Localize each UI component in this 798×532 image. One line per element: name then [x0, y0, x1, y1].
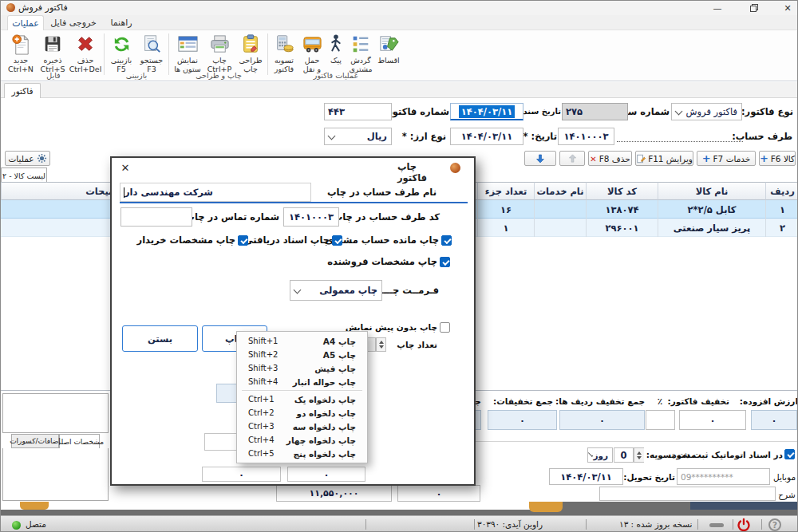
column-header-item-name[interactable]: نام کالا [658, 182, 765, 200]
settlement-days-stepper[interactable] [634, 447, 644, 463]
copies-stepper[interactable] [376, 337, 386, 352]
help-button[interactable] [768, 518, 781, 531]
dialog-close-button[interactable]: بستن [122, 325, 198, 352]
print-no-preview-label: چاپ بدون پیش نمایش [360, 319, 437, 335]
print-no-preview-checkbox[interactable] [440, 322, 450, 333]
move-row-up-button[interactable] [559, 151, 585, 166]
account-party-code-field[interactable]: ۱۴۰۱۰۰۰۳ [558, 128, 614, 145]
column-header-part-qty[interactable]: تعداد جزء [477, 182, 534, 200]
doc-date-field[interactable]: ۱۴۰۴/۰۳/۱۱ [450, 103, 523, 120]
dialog-app-icon [450, 163, 460, 173]
add-goods-button[interactable]: کالا F6 [759, 151, 796, 166]
delete-row-button[interactable]: حذف F8 [588, 151, 632, 166]
plus-icon [702, 154, 711, 164]
menu-item-print-custom-2[interactable]: چاپ دلخواه دوCtrl+2 [237, 406, 367, 420]
power-button[interactable] [737, 518, 751, 532]
invoice-type-combo[interactable]: فاکتور فروش [671, 103, 742, 120]
print-design-icon [240, 33, 261, 54]
tab-help[interactable]: راهنما [103, 15, 140, 30]
tab-export-file[interactable]: خروجی فایل [47, 15, 100, 30]
menu-item-print-receipt[interactable]: چاپ فیشShift+3 [237, 361, 367, 375]
doc-number-field: ۲۷۵ [562, 103, 628, 120]
window-title: فاکتور فروش [18, 2, 68, 13]
cell-item-name: پریز سیار صنعتی [658, 219, 765, 237]
restore-button[interactable] [743, 1, 765, 15]
tab-additions-deductions[interactable]: اضافات/کسورات [11, 434, 59, 448]
delivery-date-field[interactable]: ۱۴۰۴/۰۳/۱۱ [549, 468, 623, 485]
column-header-service-name[interactable]: نام خدمات [534, 182, 586, 200]
add-services-label: خدمات F7 [713, 154, 751, 164]
settlement-days-value[interactable]: 0 [614, 447, 634, 463]
menu-item-print-a5[interactable]: چاپ A5Shift+2 [237, 348, 367, 361]
tab-main-specs[interactable]: مشخصات اصلی [59, 434, 100, 448]
dialog-zero-field: ۰ [202, 467, 281, 482]
ravin-id-text: راوین آیدی: ۳۰۳۹۰ [477, 519, 543, 529]
customer-flow-icon [350, 33, 371, 54]
edit-icon [636, 154, 646, 164]
document-tab-strip [1, 82, 798, 98]
menu-item-print-custom-3[interactable]: چاپ دلخواه سهCtrl+3 [237, 420, 367, 433]
minimize-button[interactable]: — [706, 1, 729, 15]
cell-row-no: ۱ [765, 200, 798, 219]
chevron-down-icon [328, 132, 336, 140]
invoice-discount-field[interactable]: ۰ [679, 410, 746, 430]
doc-date-label: تاریخ سند: * [524, 103, 561, 120]
invoice-discount-label: تخفیف فاکتور: [680, 396, 729, 406]
print-seller-info-checkbox[interactable] [440, 257, 450, 267]
close-button[interactable]: ✕ [776, 1, 798, 15]
statusbar-separator [474, 519, 475, 530]
currency-value: ریال [367, 131, 387, 142]
day-unit-combo[interactable]: روز [587, 447, 613, 463]
menu-item-print-custom-5[interactable]: چاپ دلخواه پنجCtrl+5 [237, 447, 367, 460]
print-balance-checkbox[interactable] [441, 235, 452, 246]
print-name-label: نام طرف حساب در چاپ [312, 183, 452, 202]
percent-field[interactable] [646, 410, 675, 430]
delete-row-label: حذف F8 [599, 154, 630, 164]
tab-invoice-document[interactable]: فاکتور [4, 83, 41, 98]
notes-list-box[interactable] [2, 393, 109, 433]
dialog-close-icon[interactable]: ✕ [118, 160, 132, 175]
description-label: شرح [776, 486, 797, 503]
move-row-down-button[interactable] [524, 151, 556, 166]
tab-goods-list[interactable]: لیست کالا - ۲ [1, 167, 47, 183]
refresh-icon [111, 33, 132, 55]
copies-label: تعداد چاپ [397, 335, 437, 354]
statusbar-separator [365, 519, 366, 530]
menu-item-print-a4[interactable]: چاپ A4Shift+1 [237, 334, 367, 348]
date-field[interactable]: ۱۴۰۴/۰۳/۱۱ [450, 128, 523, 145]
print-phone-field[interactable] [120, 207, 192, 227]
doc-date-selected-text: ۱۴۰۴/۰۳/۱۱ [459, 105, 516, 118]
menu-item-print-custom-4[interactable]: چاپ دلخواه چهارCtrl+4 [237, 433, 367, 447]
menu-item-print-warehouse-slip[interactable]: چاپ حواله انبارShift+4 [237, 375, 367, 388]
column-header-item-code[interactable]: کد کالا [586, 182, 658, 200]
print-format-combo[interactable]: چاپ معمولی [290, 280, 382, 301]
tab-operations[interactable]: عملیات [7, 15, 44, 30]
invoice-number-field[interactable]: ۴۴۳ [324, 103, 392, 120]
operations-button[interactable]: عملیات [5, 151, 50, 166]
edit-row-button[interactable]: ویرایش F11 [635, 151, 693, 166]
day-unit-value: روز [593, 451, 608, 460]
menu-item-print-custom-1[interactable]: چاپ دلخواه یکCtrl+1 [237, 392, 367, 406]
account-party-dotted-leader[interactable] [617, 128, 743, 142]
stepper-up-icon [637, 451, 642, 455]
auto-doc-checkbox[interactable] [784, 449, 795, 459]
print-seller-info-label: چاپ مشخصات فروشنده [347, 254, 437, 270]
courier-walking-icon [326, 33, 346, 54]
sales-invoice-window: فاکتور فروش — ✕ عملیات خروجی فایل راهنما… [0, 0, 798, 532]
doc-number-label: شماره سند: [630, 103, 670, 120]
strip-scroll-area[interactable] [1, 502, 531, 510]
print-buyer-info-checkbox[interactable] [238, 235, 248, 246]
connection-status-text: متصل [26, 519, 46, 529]
print-received-docs-checkbox[interactable] [332, 235, 342, 246]
print-code-field[interactable]: ۱۴۰۱۰۰۰۳ [283, 207, 339, 227]
print-name-input[interactable]: شرکت مهندسی دار [120, 183, 311, 202]
add-services-button[interactable]: خدمات F7 [697, 151, 756, 166]
collapse-button[interactable] [709, 523, 724, 527]
power-icon [737, 518, 751, 532]
text-caret [124, 187, 124, 198]
print-options-menu: چاپ A4Shift+1 چاپ A5Shift+2 چاپ فیشShift… [236, 331, 368, 463]
description-field[interactable] [599, 487, 776, 501]
column-header-row-no[interactable]: ردیف [765, 182, 798, 200]
mobile-field[interactable]: 09********** [677, 468, 770, 485]
currency-combo[interactable]: ریال [324, 128, 392, 145]
